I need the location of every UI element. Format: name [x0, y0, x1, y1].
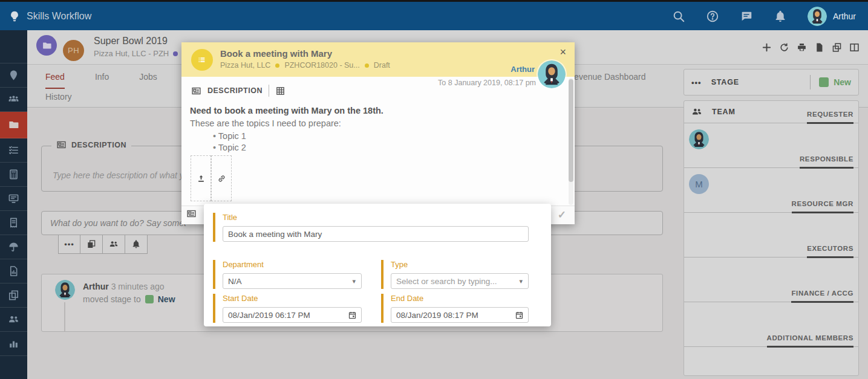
copy-icon[interactable]	[832, 42, 842, 53]
app-logo[interactable]: Skills Workflow	[0, 10, 91, 22]
people-icon	[8, 314, 19, 325]
print-icon[interactable]	[797, 42, 807, 53]
sidebar-item-calculator[interactable]	[0, 163, 27, 187]
description-card-icon	[186, 209, 197, 219]
add-icon[interactable]	[762, 42, 772, 53]
sidebar-item-insurance[interactable]	[0, 235, 27, 259]
department-field-group: Department N/A ▾	[213, 260, 362, 289]
title-field-group: Title	[213, 213, 529, 242]
report-icon	[8, 265, 19, 277]
confirm-check-icon[interactable]: ✓	[558, 209, 566, 221]
bell-icon[interactable]	[774, 10, 787, 23]
user-menu[interactable]: Arthur	[808, 7, 856, 26]
documents-icon	[8, 290, 19, 301]
sidebar-item-reports[interactable]	[0, 259, 27, 283]
document-icon[interactable]	[814, 42, 824, 53]
calendar-icon[interactable]	[348, 311, 357, 320]
divider	[810, 75, 811, 89]
team-section-resource-mgr: EXECUTORS	[684, 213, 858, 258]
responsible-avatar[interactable]: M	[689, 174, 709, 194]
left-sidebar	[0, 30, 27, 379]
notes-button[interactable]	[80, 235, 103, 254]
top-navbar: Skills Workflow Arthur	[0, 0, 868, 30]
upload-attachment-button[interactable]	[191, 155, 211, 201]
sidebar-item-projects[interactable]	[0, 112, 27, 138]
columns-icon[interactable]	[849, 42, 860, 53]
sidebar-item-tasks[interactable]	[0, 138, 27, 163]
type-select[interactable]: Select or search by typing... ▾	[391, 273, 529, 289]
team-group-icon	[8, 94, 19, 105]
page-title: Super Bowl 2019	[94, 36, 168, 47]
sidebar-item-workstation[interactable]	[0, 187, 27, 211]
umbrella-icon	[8, 241, 19, 253]
status-dot	[173, 51, 178, 56]
barchart-icon	[8, 338, 19, 349]
refresh-icon[interactable]	[779, 42, 789, 53]
client-avatar[interactable]: PH	[63, 40, 84, 61]
calendar-icon[interactable]	[515, 311, 524, 320]
sidebar-item-people[interactable]	[0, 308, 27, 332]
modal-scrollbar[interactable]	[569, 78, 573, 205]
activity-header: Arthur 3 minutes ago	[83, 282, 165, 291]
help-icon[interactable]	[706, 10, 719, 23]
sidebar-item-documents[interactable]	[0, 283, 27, 308]
tab-history[interactable]: History	[45, 92, 72, 108]
project-folder-avatar[interactable]	[36, 35, 57, 56]
modal-toolbar: DESCRIPTION	[191, 85, 286, 97]
more-options-button[interactable]: •••	[58, 235, 80, 254]
app-root: Skills Workflow Arthur	[0, 0, 868, 379]
people-button[interactable]	[103, 235, 125, 254]
lightbulb-icon	[8, 10, 21, 22]
scrollbar-thumb[interactable]	[569, 79, 573, 182]
department-select[interactable]: N/A ▾	[223, 273, 362, 289]
bell-button[interactable]	[125, 235, 148, 254]
requester-avatar[interactable]	[689, 129, 709, 149]
tab-feed[interactable]: Feed	[45, 72, 65, 89]
modal-bullet-2: Topic 2	[213, 143, 246, 152]
modal-due-date: To 8 January 2019, 08:17 pm	[438, 79, 536, 87]
sidebar-item-team[interactable]	[0, 88, 27, 112]
activity-avatar[interactable]	[55, 280, 75, 300]
chat-icon[interactable]	[740, 10, 753, 23]
avatar	[808, 7, 827, 26]
team-section-finance: ADDITIONAL MEMBERS	[684, 302, 858, 347]
type-label: Type	[391, 260, 529, 269]
end-date-input[interactable]: 08/Jan/2019 08:17 PM	[391, 307, 529, 323]
role-label-additional-members: ADDITIONAL MEMBERS	[767, 334, 853, 348]
separator-dot	[365, 63, 369, 68]
modal-author-name[interactable]: Arthur	[511, 65, 535, 74]
notes-icon	[86, 239, 96, 249]
timeline-line	[64, 302, 65, 331]
right-panel: ••• STAGE New TEAM REQUESTER RESPONSIBLE	[684, 69, 859, 379]
bell-icon	[131, 239, 141, 249]
title-label: Title	[223, 213, 529, 222]
link-icon	[217, 174, 226, 183]
role-label-finance: FINANCE / ACCG	[791, 290, 853, 303]
task-modal: Book a meeting with Mary Pizza Hut, LLC …	[181, 42, 575, 224]
sidebar-item-location[interactable]	[0, 63, 27, 88]
upload-icon	[197, 174, 206, 183]
tab-revenue-dashboard[interactable]: Revenue Dashboard	[568, 72, 645, 82]
table-icon[interactable]	[275, 86, 286, 96]
role-label-requester: REQUESTER	[807, 111, 853, 124]
close-icon[interactable]: ×	[560, 47, 566, 57]
search-icon[interactable]	[672, 10, 685, 23]
tab-jobs[interactable]: Jobs	[139, 72, 157, 89]
sidebar-spacer	[0, 30, 27, 63]
link-attachment-button[interactable]	[211, 155, 232, 201]
user-name: Arthur	[833, 11, 856, 21]
tab-info[interactable]: Info	[95, 72, 109, 89]
modal-title: Book a meeting with Mary	[220, 48, 332, 59]
title-input[interactable]	[223, 226, 529, 242]
sidebar-item-analytics[interactable]	[0, 332, 27, 356]
modal-subtitle: Pizza Hut, LLC PZHCOR18020 - Su... Draft	[220, 61, 390, 70]
sidebar-item-receipt[interactable]	[0, 211, 27, 235]
modal-author-avatar[interactable]	[538, 60, 566, 88]
start-date-field-group: Start Date 08/Jan/2019 06:17 PM	[213, 294, 362, 323]
stage-value[interactable]: New	[819, 77, 851, 87]
header-toolbar	[762, 42, 860, 53]
team-label: TEAM	[712, 108, 736, 116]
stage-dots-icon[interactable]: •••	[691, 78, 702, 87]
start-date-input[interactable]: 08/Jan/2019 06:17 PM	[223, 307, 362, 323]
description-toggle-button[interactable]	[186, 209, 201, 222]
